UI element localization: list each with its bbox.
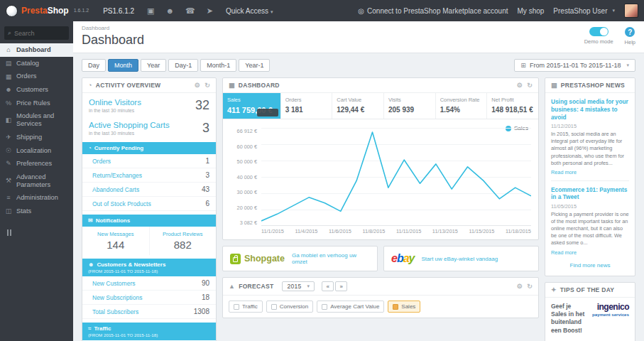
- breadcrumb[interactable]: Dashboard: [82, 25, 144, 31]
- gear-icon[interactable]: ⚙: [195, 82, 200, 89]
- sidebar-item-modules[interactable]: ◧Modules and Services: [0, 109, 73, 130]
- chart-y-axis: 66 912 €60 000 €50 000 €40 000 €30 000 €…: [230, 128, 261, 226]
- main-content: Dashboard Dashboard Demo mode ? Help Day…: [73, 21, 644, 341]
- refresh-icon[interactable]: ↻: [204, 82, 210, 89]
- date-range-picker[interactable]: ⊞ From 2015-11-01 To 2015-11-18 ▾: [514, 59, 635, 72]
- sidebar-search[interactable]: ⌕: [4, 26, 69, 40]
- refresh-icon[interactable]: ↻: [527, 82, 533, 89]
- help-icon[interactable]: ?: [625, 27, 635, 37]
- online-visitors-link[interactable]: Online Visitors: [89, 98, 141, 107]
- news-article: Ecommerce 101: Payments in a Tweet 11/05…: [551, 180, 629, 256]
- shop-name-link[interactable]: PS1.6.1.2: [96, 7, 141, 15]
- kpi-sales[interactable]: Sales411 759,00 €: [223, 93, 281, 119]
- prestashop-logo[interactable]: PrestaShop 1.6.1.2: [0, 5, 96, 17]
- kpi-cart-value[interactable]: Cart Value129,44 €: [332, 93, 384, 119]
- sidebar-collapse-icon[interactable]: [7, 229, 73, 236]
- read-more-link[interactable]: Read more: [551, 249, 629, 256]
- pending-returns-row: Return/Exchanges3: [82, 168, 216, 183]
- right-column: ▤ PRESTASHOP NEWS Using social media for…: [545, 77, 635, 341]
- gear-icon[interactable]: ⚙: [517, 283, 523, 290]
- activity-overview-panel: ◔ ACTIVITY OVERVIEW ⚙↻ Online Visitors i…: [82, 77, 217, 341]
- sidebar-item-orders[interactable]: ▦Orders: [0, 70, 73, 83]
- read-more-link[interactable]: Read more: [551, 169, 629, 175]
- my-shop-link[interactable]: My shop: [518, 7, 545, 15]
- forecast-traffic-checkbox[interactable]: Traffic: [229, 301, 263, 313]
- sidebar-item-advanced-parameters[interactable]: ⚒Advanced Parameters: [0, 170, 73, 191]
- profile-icon[interactable]: ☻: [160, 6, 180, 15]
- checkbox-checked-icon: [393, 304, 398, 310]
- dashboard-icon: ⌂: [5, 46, 12, 53]
- page-title: Dashboard: [82, 33, 144, 48]
- sidebar-item-shipping[interactable]: ✈Shipping: [0, 131, 73, 144]
- sidebar-item-localization[interactable]: ☉Localization: [0, 144, 73, 158]
- tip-headline: Geef je Sales in het buitenland een Boos…: [551, 303, 588, 335]
- filter-day-1-button[interactable]: Day-1: [168, 59, 198, 72]
- active-carts-link[interactable]: Active Shopping Carts: [89, 121, 170, 130]
- forecast-panel: ▲ FORECAST 2015▾ « » ⚙↻ Traffic Conversi…: [222, 277, 539, 318]
- abandoned-carts-link[interactable]: Abandoned Carts: [92, 186, 139, 193]
- forecast-year-select[interactable]: 2015▾: [282, 281, 315, 291]
- dashboard-column: ▦ DASHBOARD ⚙↻ Sales411 759,00 € Orders3…: [222, 77, 539, 318]
- news-article-title[interactable]: Using social media for your business: 4 …: [551, 98, 629, 121]
- notifications-header: ✉Notifications: [82, 215, 216, 227]
- forecast-prev-button[interactable]: «: [322, 281, 334, 291]
- kpi-orders[interactable]: Orders3 181: [281, 93, 333, 119]
- new-messages-link[interactable]: New Messages: [85, 231, 146, 237]
- sidebar-item-preferences[interactable]: ✎Preferences: [0, 157, 73, 170]
- search-input[interactable]: [14, 30, 65, 37]
- pending-returns-link[interactable]: Return/Exchanges: [92, 172, 142, 179]
- filter-year-1-button[interactable]: Year-1: [239, 59, 270, 72]
- rocket-icon[interactable]: ➤: [201, 6, 219, 16]
- sidebar-item-price-rules[interactable]: %Price Rules: [0, 97, 73, 110]
- filter-month-button[interactable]: Month: [108, 59, 138, 72]
- pending-orders-row: Orders1: [82, 154, 216, 168]
- forecast-sales-checkbox[interactable]: Sales: [388, 301, 420, 313]
- forecast-avg-cart-checkbox[interactable]: Average Cart Value: [317, 301, 384, 313]
- sidebar-item-stats[interactable]: ◫Stats: [0, 205, 73, 218]
- refresh-icon[interactable]: ↻: [527, 283, 533, 290]
- kpi-visits[interactable]: Visits205 939: [384, 93, 436, 119]
- user-menu[interactable]: PrestaShop User▾: [553, 7, 615, 15]
- ebay-link[interactable]: Start uw eBay-winkel vandaag: [422, 256, 498, 262]
- news-panel-title: PRESTASHOP NEWS: [561, 82, 625, 89]
- sidebar-item-administration[interactable]: ≡Administration: [0, 191, 73, 205]
- kpi-row: Sales411 759,00 € Orders3 181 Cart Value…: [223, 93, 538, 119]
- forecast-next-button[interactable]: »: [335, 281, 347, 291]
- new-messages-cell: New Messages144: [82, 227, 150, 255]
- product-reviews-link[interactable]: Product Reviews: [153, 231, 214, 237]
- support-icon[interactable]: ☎: [180, 6, 201, 16]
- new-customers-row: New Customers90: [82, 276, 216, 291]
- filter-month-1-button[interactable]: Month-1: [200, 59, 236, 72]
- sidebar-item-customers[interactable]: ☻Customers: [0, 83, 73, 97]
- sidebar-item-dashboard[interactable]: ⌂Dashboard: [0, 43, 73, 57]
- product-reviews-cell: Product Reviews882: [150, 227, 217, 255]
- forecast-panel-title: FORECAST: [239, 283, 273, 290]
- preferences-icon: ✎: [5, 160, 12, 167]
- filter-year-button[interactable]: Year: [141, 59, 166, 72]
- news-article-date: 11/12/2015: [551, 123, 629, 129]
- sidebar-item-catalog[interactable]: ▤Catalog: [0, 57, 73, 70]
- kpi-conversion-rate[interactable]: Conversion Rate1.54%: [436, 93, 488, 119]
- version-label: 1.6.1.2: [74, 8, 89, 13]
- kpi-net-profit[interactable]: Net Profit148 918,51 €: [487, 93, 538, 119]
- news-article-title[interactable]: Ecommerce 101: Payments in a Tweet: [551, 186, 629, 202]
- quick-access-menu[interactable]: Quick Access▾: [219, 7, 280, 15]
- gear-icon[interactable]: ⚙: [517, 82, 523, 89]
- filter-day-button[interactable]: Day: [82, 59, 106, 72]
- ebay-promo: ebay Start uw eBay-winkel vandaag: [383, 246, 539, 271]
- avatar[interactable]: [624, 4, 638, 18]
- new-subscriptions-link[interactable]: New Subscriptions: [92, 294, 142, 301]
- new-customers-link[interactable]: New Customers: [92, 280, 135, 287]
- out-of-stock-link[interactable]: Out of Stock Products: [92, 200, 151, 207]
- forecast-conversion-checkbox[interactable]: Conversion: [266, 301, 313, 313]
- total-subscribers-link[interactable]: Total Subscribers: [92, 308, 138, 315]
- marketplace-link[interactable]: ◎Connect to PrestaShop Marketplace accou…: [358, 7, 508, 15]
- demo-mode-toggle[interactable]: [589, 27, 608, 36]
- demo-mode-control: Demo mode: [584, 27, 613, 45]
- cart-icon[interactable]: ▣: [141, 6, 160, 16]
- pending-orders-link[interactable]: Orders: [92, 158, 111, 165]
- find-more-news-link[interactable]: Find more news: [551, 256, 629, 273]
- administration-icon: ≡: [5, 194, 12, 201]
- news-article: Using social media for your business: 4 …: [551, 98, 629, 175]
- shopgate-link[interactable]: Ga mobiel en verhoog uw omzet: [292, 252, 370, 265]
